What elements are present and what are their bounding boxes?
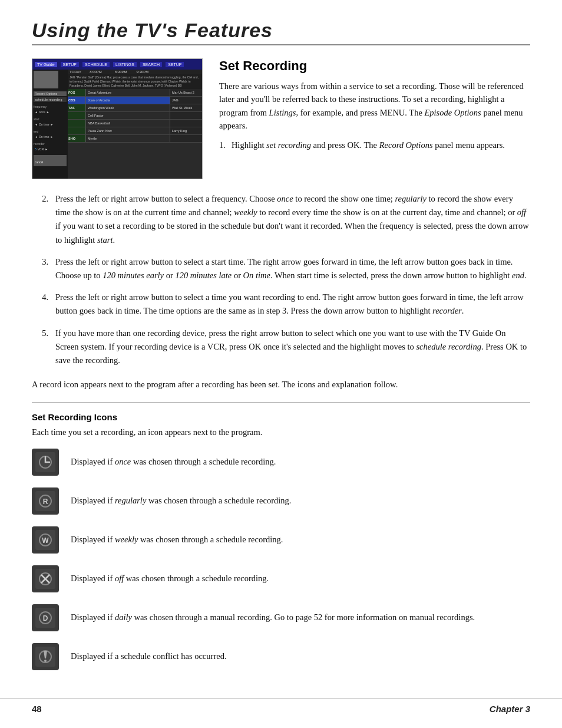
svg-text:W: W xyxy=(42,536,49,545)
weekly-icon: W xyxy=(35,530,55,550)
tv-row-nba: NBA Basketball xyxy=(68,120,202,127)
tv-channel-paula xyxy=(68,127,85,134)
once-icon xyxy=(35,452,55,472)
icon-box-daily: D xyxy=(32,604,59,631)
page-footer: 48 Chapter 3 xyxy=(0,699,562,714)
icon-label-conflict: Displayed if a schedule conflict has occ… xyxy=(71,650,227,663)
top-section: TV Guide SETUP SCHEDULE LISTINGS SEARCH … xyxy=(32,58,530,179)
regularly-icon: R xyxy=(35,491,55,511)
icon-row-off: Displayed if off was chosen through a sc… xyxy=(32,565,530,592)
daily-icon: D xyxy=(35,608,55,628)
tv-control-start: ◄On time► xyxy=(34,122,67,127)
tv-program-fox1: Great Adventure xyxy=(85,89,170,96)
icon-row-conflict: Displayed if a schedule conflict has occ… xyxy=(32,643,530,670)
tv-program-paula1: Paula Zahn Now xyxy=(85,127,170,134)
tv-tab-listings: LISTINGS xyxy=(113,62,137,67)
icon-label-regularly: Displayed if regularly was chosen throug… xyxy=(71,494,291,507)
page-header: Using the TV's Features xyxy=(32,19,530,45)
step-5: 5. If you have more than one recording d… xyxy=(32,327,530,368)
closing-para: A record icon appears next to the progra… xyxy=(32,378,530,391)
tv-row-paula: Paula Zahn Now Larry King xyxy=(68,127,202,135)
tv-sidebar-schedule: schedule recording xyxy=(34,97,67,102)
tv-button-cancel: cancel xyxy=(34,155,67,166)
tv-content: TODAY 8:00PM 8:30PM 9:30PM JAG "Persian … xyxy=(68,70,202,179)
step-2: 2. Press the left or right arrow button … xyxy=(32,192,530,247)
tv-sidebar: Record Options schedule recording freque… xyxy=(32,70,68,179)
tv-time-8pm: 8:00PM xyxy=(90,70,102,74)
icon-label-off: Displayed if off was chosen through a sc… xyxy=(71,572,269,585)
step-3-text: Press the left or right arrow button to … xyxy=(55,255,530,282)
tv-label-recorder: recorder xyxy=(34,142,67,146)
tv-program-sho2 xyxy=(170,135,202,142)
tv-main-area: Record Options schedule recording freque… xyxy=(32,70,202,179)
step-1-text: Highlight set recording and press OK. Th… xyxy=(232,139,505,151)
tv-program-fox2: Mar Us Beast 2 xyxy=(170,89,202,96)
tv-channel-cbs: CBS xyxy=(68,97,85,104)
page-wrapper: Using the TV's Features TV Guide SETUP S… xyxy=(0,0,562,706)
step-4-text: Press the left or right arrow button to … xyxy=(55,291,530,318)
step-4-num: 4. xyxy=(38,291,48,318)
section-title-set-recording: Set Recording xyxy=(219,58,530,74)
tv-program-cell1: Cell Factor xyxy=(85,112,170,119)
icon-label-once: Displayed if once was chosen through a s… xyxy=(71,455,276,468)
conflict-icon xyxy=(35,647,55,667)
off-icon xyxy=(35,569,55,589)
icon-row-regularly: R Displayed if regularly was chosen thro… xyxy=(32,487,530,515)
icon-box-once xyxy=(32,449,59,476)
tv-control-freq: ◄once► xyxy=(34,110,67,114)
tv-channel-sho: SHO xyxy=(68,135,85,142)
footer-chapter: Chapter 3 xyxy=(490,704,530,714)
tv-time-today: TODAY xyxy=(70,70,81,74)
icon-box-conflict xyxy=(32,643,59,670)
tv-tab-setup: SETUP xyxy=(61,62,79,67)
tv-grid-header: TODAY 8:00PM 8:30PM 9:30PM xyxy=(68,70,202,74)
icon-row-daily: D Displayed if daily was chosen through … xyxy=(32,604,530,631)
tv-program-tas2: Wall St. Week xyxy=(170,104,202,111)
icon-rows: Displayed if once was chosen through a s… xyxy=(32,449,530,682)
tv-program-cbs2: JAG xyxy=(170,97,202,104)
tv-top-bar: TV Guide SETUP SCHEDULE LISTINGS SEARCH … xyxy=(32,59,202,70)
tv-row-sho: SHO Myrtle xyxy=(68,135,202,143)
tv-description: JAG "Persian Gulf" (Drama) Mac prosecute… xyxy=(68,74,202,89)
icon-box-off xyxy=(32,565,59,592)
icon-box-weekly: W xyxy=(32,526,59,554)
intro-text: There are various ways from within a ser… xyxy=(219,80,530,133)
sub-section-title: Set Recording Icons xyxy=(32,412,530,422)
step-1: 1. Highlight set recording and press OK.… xyxy=(219,139,530,151)
sub-section-intro: Each time you set a recording, an icon a… xyxy=(32,426,530,439)
tv-row-fox: FOX Great Adventure Mar Us Beast 2 xyxy=(68,89,202,97)
tv-program-cbs1: Joan of Arcadia xyxy=(85,97,170,104)
tv-channel-nba xyxy=(68,120,85,127)
step-5-text: If you have more than one recording devi… xyxy=(55,327,530,368)
tv-program-paula2: Larry King xyxy=(170,127,202,134)
page-title: Using the TV's Features xyxy=(32,19,530,42)
step-3-num: 3. xyxy=(38,255,48,282)
tv-program-tas1: Washington Week xyxy=(85,104,170,111)
tv-label-start: start xyxy=(34,117,67,121)
step-4: 4. Press the left or right arrow button … xyxy=(32,291,530,318)
tv-time-9pm: 9:30PM xyxy=(137,70,149,74)
tv-channel-tas: TAS xyxy=(68,104,85,111)
tv-row-cbs: CBS Joan of Arcadia JAG xyxy=(68,97,202,104)
tv-channel-fox: FOX xyxy=(68,89,85,96)
tv-program-nba2 xyxy=(170,120,202,127)
step-2-num: 2. xyxy=(38,192,48,247)
tv-screenshot: TV Guide SETUP SCHEDULE LISTINGS SEARCH … xyxy=(32,58,203,179)
icon-row-once: Displayed if once was chosen through a s… xyxy=(32,449,530,476)
svg-text:R: R xyxy=(43,498,48,506)
svg-point-17 xyxy=(44,660,47,662)
tv-tab-search: SEARCH xyxy=(140,62,162,67)
tv-program-cell2 xyxy=(170,112,202,119)
tv-row-tas: TAS Washington Week Wall St. Week xyxy=(68,104,202,112)
tv-tab-schedule: SCHEDULE xyxy=(82,62,110,67)
main-steps-list: 2. Press the left or right arrow button … xyxy=(32,192,530,367)
tv-control-recorder: 5VCR► xyxy=(34,147,67,151)
section-divider xyxy=(32,402,530,403)
tv-channel-cell xyxy=(68,112,85,119)
tv-row-cell: Cell Factor xyxy=(68,112,202,120)
tv-tab-guide: TV Guide xyxy=(35,62,57,67)
footer-page-number: 48 xyxy=(32,704,42,714)
icon-row-weekly: W Displayed if weekly was chosen through… xyxy=(32,526,530,554)
tv-sidebar-record: Record Options xyxy=(34,91,67,96)
right-column: Set Recording There are various ways fro… xyxy=(219,58,530,179)
